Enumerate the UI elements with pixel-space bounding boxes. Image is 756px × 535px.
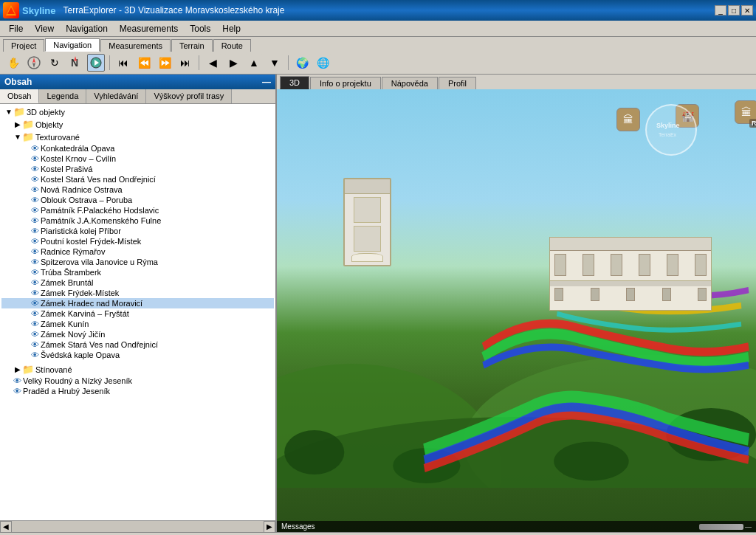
list-item[interactable]: 👁 Kostel Stará Ves nad Ondřejnicí	[1, 174, 274, 184]
separator-1	[109, 55, 110, 70]
scroll-right[interactable]: ▶	[264, 521, 275, 533]
list-item[interactable]: 👁 Praděd a Hrubý Jeseník	[1, 386, 274, 396]
panel-tab-vyhledavani[interactable]: Vyhledávání	[86, 89, 146, 103]
tree-item-sinovane[interactable]: ▶ 📁 Stínované	[1, 363, 274, 376]
panel-collapse-icon[interactable]: —	[262, 77, 271, 87]
tower-building	[343, 178, 391, 266]
tree-toggle-3dobjecty[interactable]: ▼	[4, 108, 13, 117]
list-item[interactable]: 👁 Oblouk Ostrava – Poruba	[1, 195, 274, 205]
eye-icon: 👁	[31, 320, 39, 328]
folder-icon-texturovane: 📁	[22, 131, 34, 142]
right-tab-napoveda[interactable]: Nápověda	[382, 77, 438, 89]
tree-item-objekty[interactable]: ▶ 📁 Objekty	[1, 118, 274, 131]
list-item[interactable]: 👁 Radnice Rýmařov	[1, 246, 274, 257]
eye-icon: 👁	[31, 185, 39, 194]
nav-up[interactable]: ▲	[245, 54, 263, 72]
nav-prev[interactable]: ⏪	[135, 54, 153, 72]
folder-icon-objekty: 📁	[22, 119, 34, 130]
panel-tab-vyskovy[interactable]: Výškový profil trasy	[146, 89, 232, 103]
tree-toggle-texturovane[interactable]: ▼	[13, 133, 22, 142]
tree-label: Kostel Prašivá	[41, 165, 92, 173]
tab-navigation[interactable]: Navigation	[45, 38, 100, 52]
list-item[interactable]: 👁 Kostel Prašivá	[1, 164, 274, 174]
minimize-button[interactable]: _	[715, 5, 726, 15]
right-tab-profil[interactable]: Profil	[439, 77, 476, 89]
right-tab-info[interactable]: Info o projektu	[310, 77, 381, 89]
globe-tool-2[interactable]: 🌐	[314, 54, 331, 72]
terrain-icon-1[interactable]: 🏛	[616, 108, 640, 131]
list-item[interactable]: 👁 Zámek Bruntál	[1, 277, 274, 288]
tree-label-selected: Zámek Hradec nad Moravicí	[41, 299, 142, 308]
tab-measurements[interactable]: Measurements	[100, 39, 171, 52]
eye-icon: 👁	[31, 216, 39, 225]
tree-label: Švédská kaple Opava	[41, 351, 120, 359]
list-item[interactable]: 👁 Památník F.Palackého Hodslavic	[1, 205, 274, 215]
nav-next[interactable]: ⏩	[156, 54, 173, 72]
list-item-selected[interactable]: 👁 Zámek Hradec nad Moravicí	[1, 298, 274, 308]
eye-icon: 👁	[31, 175, 39, 184]
nav-next-next[interactable]: ⏭	[176, 54, 194, 72]
tree-area[interactable]: ▼ 📁 3D objekty ▶ 📁 Objekty ▼ 📁 Texturova…	[0, 104, 275, 520]
list-item[interactable]: 👁 Piaristická kolej Příbor	[1, 226, 274, 236]
mansion-building	[549, 237, 712, 311]
menu-view[interactable]: View	[29, 22, 60, 35]
eye-icon: 👁	[31, 154, 39, 163]
rotate-tool[interactable]: ↻	[46, 54, 63, 72]
tree-item-texturovane[interactable]: ▼ 📁 Texturované	[1, 131, 274, 143]
list-item[interactable]: 👁 Zámek Nový Jičín	[1, 329, 274, 339]
hand-tool[interactable]: ✋	[4, 54, 22, 72]
list-item[interactable]: 👁 Zámek Stará Ves nad Ondřejnicí	[1, 339, 274, 350]
close-button[interactable]: ✕	[741, 5, 753, 15]
progress-bar	[699, 524, 743, 530]
app-logo: Skyline	[3, 2, 56, 18]
panel-tab-obsah[interactable]: Obsah	[0, 89, 39, 103]
nav-right[interactable]: ▶	[224, 54, 242, 72]
tree-label: Památník F.Palackého Hodslavic	[41, 206, 159, 215]
play-tool[interactable]	[87, 54, 105, 72]
menu-tools[interactable]: Tools	[184, 22, 216, 35]
list-item[interactable]: 👁 Velký Roudný a Nízký Jeseník	[1, 376, 274, 386]
scroll-left[interactable]: ◀	[0, 521, 12, 533]
eye-icon: 👁	[31, 165, 39, 173]
eye-icon: 👁	[31, 258, 39, 266]
app-title: TerraExplorer - 3D Vizualizace Moravskos…	[63, 5, 715, 15]
tree-item-3dobjecty[interactable]: ▼ 📁 3D objekty	[1, 106, 274, 118]
compass-tool[interactable]	[25, 54, 43, 72]
maximize-button[interactable]: □	[728, 5, 740, 15]
nav-prev-prev[interactable]: ⏮	[114, 54, 132, 72]
right-tab-3d[interactable]: 3D	[280, 76, 309, 89]
list-item[interactable]: 👁 Zámek Karviná – Fryštát	[1, 308, 274, 319]
menu-help[interactable]: Help	[216, 22, 247, 35]
svg-marker-4	[32, 63, 35, 68]
menu-file[interactable]: File	[3, 22, 29, 35]
tab-project[interactable]: Project	[3, 39, 44, 52]
list-item[interactable]: 👁 Památník J.A.Komenského Fulne	[1, 215, 274, 226]
tab-terrain[interactable]: Terrain	[171, 39, 213, 52]
tree-label: Konkatedrála Opava	[41, 144, 114, 153]
globe-tool-1[interactable]: 🌍	[293, 54, 311, 72]
panel-tab-legenda[interactable]: Legenda	[39, 89, 86, 103]
nav-down[interactable]: ▼	[266, 54, 284, 72]
list-item[interactable]: 👁 Konkatedrála Opava	[1, 143, 274, 153]
eye-icon: 👁	[31, 299, 39, 308]
tab-route[interactable]: Route	[213, 39, 251, 52]
list-item[interactable]: 👁 Švédská kaple Opava	[1, 350, 274, 360]
list-item[interactable]: 👁 Kostel Krnov – Cvilín	[1, 153, 274, 164]
eye-icon: 👁	[13, 376, 21, 385]
menu-navigation[interactable]: Navigation	[60, 22, 114, 35]
viewport[interactable]: 🏛 🏰 🏛 RADKOV... Zimrovice Skyline TerraE…	[277, 89, 756, 532]
tree-toggle-sinovane[interactable]: ▶	[13, 365, 22, 374]
list-item[interactable]: 👁 Zámek Kunín	[1, 319, 274, 329]
eye-icon: 👁	[31, 247, 39, 256]
list-item[interactable]: 👁 Nová Radnice Ostrava	[1, 184, 274, 195]
tree-toggle-objekty[interactable]: ▶	[13, 120, 22, 129]
list-item[interactable]: 👁 Zámek Frýdek-Místek	[1, 288, 274, 298]
eye-icon: 👁	[31, 309, 39, 318]
nav-left[interactable]: ◀	[204, 54, 221, 72]
north-tool[interactable]: N	[66, 54, 84, 72]
menu-measurements[interactable]: Measurements	[114, 22, 184, 35]
svg-marker-3	[32, 58, 35, 63]
list-item[interactable]: 👁 Trúba Štramberk	[1, 267, 274, 277]
list-item[interactable]: 👁 Poutní kostel Frýdek-Místek	[1, 236, 274, 246]
list-item[interactable]: 👁 Spitzerova vila Janovice u Rýma	[1, 257, 274, 267]
